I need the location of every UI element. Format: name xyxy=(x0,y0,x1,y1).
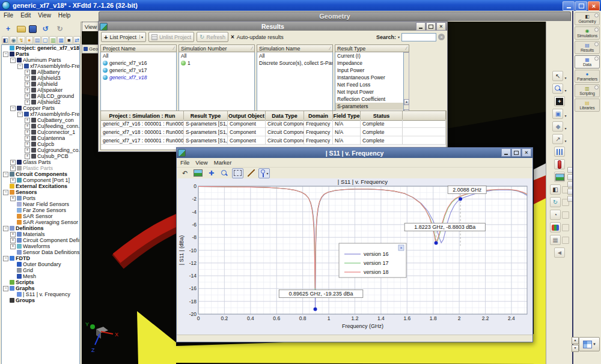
expand-icon[interactable]: + xyxy=(10,238,16,243)
search-input[interactable] xyxy=(401,33,436,41)
sync-tree-icon[interactable]: ⇄ xyxy=(73,36,81,44)
save-image-icon[interactable] xyxy=(192,168,204,178)
expand-icon[interactable]: + xyxy=(25,118,30,123)
filter-list-item[interactable]: generic_xf7_v17 xyxy=(101,67,176,74)
cube-tool-icon-dropdown-icon[interactable] xyxy=(564,121,566,132)
collapse-icon[interactable]: − xyxy=(3,190,8,195)
auto-update-label[interactable]: Auto-update results xyxy=(237,34,284,40)
filter-list-item[interactable]: Input Power xyxy=(335,67,403,74)
tree-item[interactable]: Mesh xyxy=(2,273,79,279)
expand-icon[interactable]: + xyxy=(10,166,16,171)
minimize-button[interactable] xyxy=(563,1,575,11)
thermometer-icon[interactable] xyxy=(554,159,565,169)
geometry-dock-tab[interactable]: Geom xyxy=(82,44,99,53)
tree-item[interactable]: +Al|shield xyxy=(2,81,79,87)
expand-icon[interactable]: + xyxy=(10,244,16,249)
tree-item[interactable]: +Al|shield3 xyxy=(2,75,79,81)
collapse-icon[interactable]: − xyxy=(17,64,23,69)
scripts-filter-icon[interactable]: ▥ xyxy=(49,36,56,44)
filter-header[interactable]: Simulation Number xyxy=(178,44,255,52)
plot-menu-marker[interactable]: Marker xyxy=(214,159,232,166)
expand-icon[interactable]: + xyxy=(25,100,30,105)
collapse-icon[interactable]: − xyxy=(17,112,23,117)
plot-bars-icon[interactable] xyxy=(554,147,565,157)
tree-item[interactable]: Sensor Data Definitions xyxy=(2,249,79,255)
components-filter-icon[interactable]: ◉ xyxy=(10,36,17,44)
collapse-icon[interactable]: − xyxy=(3,52,8,57)
auto-update-check-icon[interactable]: × xyxy=(231,34,234,40)
spin-up-icon[interactable]: ▲ xyxy=(572,337,579,344)
expand-icon[interactable]: + xyxy=(10,232,16,237)
tab-scripting[interactable]: ▥Scripting xyxy=(575,84,600,97)
results-maximize-button[interactable] xyxy=(426,22,436,31)
view-tool-icon[interactable]: ▣ xyxy=(552,109,563,119)
view-tool-icon-dropdown-icon[interactable] xyxy=(564,109,566,120)
expand-icon[interactable]: + xyxy=(25,154,30,159)
open-project-icon[interactable] xyxy=(17,26,26,32)
tree-item[interactable]: −Sensors xyxy=(2,189,79,195)
expand-icon[interactable]: + xyxy=(25,88,30,93)
filter-list-item[interactable]: Impedance xyxy=(335,59,403,67)
tree-item[interactable]: −xf7AssemblyInfo-Free... xyxy=(2,63,79,69)
expand-icon[interactable]: + xyxy=(25,82,30,87)
results-close-button[interactable] xyxy=(436,22,446,31)
chart-marker[interactable] xyxy=(459,197,462,201)
spin-down-icon[interactable]: ▼ xyxy=(572,345,579,352)
chart-marker[interactable] xyxy=(435,241,438,245)
meter-icon-option[interactable] xyxy=(562,211,569,219)
snapshot-icon[interactable] xyxy=(554,172,565,182)
pick-tool-icon-dropdown-icon[interactable] xyxy=(564,134,566,145)
tab-parameters[interactable]: ●Parameters xyxy=(575,70,600,83)
rotate-view-icon[interactable]: ↻ xyxy=(550,197,561,207)
filter-list-item[interactable]: Current (I) xyxy=(335,52,403,59)
filter-list-item[interactable]: S-parameters xyxy=(335,103,403,110)
plot-minimize-button[interactable] xyxy=(501,148,511,157)
tree-item[interactable]: +Al|speaker xyxy=(2,87,79,93)
filter-list-item[interactable]: All xyxy=(179,52,254,59)
tree-item[interactable]: Scripts xyxy=(2,279,79,285)
collapse-icon[interactable]: − xyxy=(3,286,8,291)
tree-item[interactable]: +Cu|feeding_conn... xyxy=(2,123,79,129)
tree-item[interactable]: SAR Sensor xyxy=(2,213,79,219)
pick-tool-icon[interactable]: ↗ xyxy=(552,134,563,144)
filter-header[interactable]: Simulation Name xyxy=(257,44,333,52)
chart-marker[interactable] xyxy=(314,308,317,311)
plot-menu-file[interactable]: File xyxy=(180,159,189,166)
menu-view[interactable]: View xyxy=(38,12,51,19)
tree-item[interactable]: +Al|LCD_ground xyxy=(2,93,79,99)
tab-simulations[interactable]: ◉Simulations xyxy=(575,26,600,40)
undo-icon[interactable]: ↺ xyxy=(40,23,51,34)
zoom-icon[interactable] xyxy=(219,168,230,178)
tree-item[interactable]: −xf7AssemblyInfo-Free... xyxy=(2,111,79,117)
filter-list-scrollbar[interactable]: ▲▼ xyxy=(404,52,409,117)
results-minimize-button[interactable] xyxy=(416,22,426,31)
redo-icon[interactable]: ↻ xyxy=(54,23,66,34)
select-tool-icon-dropdown-icon[interactable] xyxy=(564,71,566,82)
collapse-icon[interactable]: − xyxy=(3,226,8,231)
filter-header[interactable]: Project Name xyxy=(100,44,177,52)
chart-area[interactable]: | S11 | v. Frequency00.20.40.60.811.21.4… xyxy=(178,178,532,336)
expand-icon[interactable]: + xyxy=(25,94,30,99)
expand-icon[interactable]: + xyxy=(25,70,30,75)
collapse-icon[interactable]: − xyxy=(10,58,16,63)
box-zoom-icon[interactable] xyxy=(232,168,243,178)
pan-tool-icon[interactable]: + xyxy=(554,96,565,106)
filter-list-item[interactable]: Instantaneous Power xyxy=(335,74,403,81)
new-project-icon[interactable]: + xyxy=(2,23,14,34)
fdtd-filter-icon[interactable]: ▢ xyxy=(41,36,49,44)
groups-filter-icon[interactable]: ■ xyxy=(66,36,73,44)
filter-list-item[interactable]: generic_xf7_v16 xyxy=(101,59,176,67)
tree-item[interactable]: −Aluminum Parts xyxy=(2,57,79,63)
graphs-filter-icon[interactable]: ▦ xyxy=(57,36,64,44)
definitions-filter-icon[interactable]: ▤ xyxy=(34,36,41,44)
tree-item[interactable]: Near Field Sensors xyxy=(2,201,79,207)
parts-filter-icon[interactable]: ◧ xyxy=(2,36,9,44)
tree-item[interactable]: +Glass Parts xyxy=(2,159,79,165)
search-options-icon[interactable]: ▾ xyxy=(398,35,400,39)
tree-item[interactable]: +Materials xyxy=(2,231,79,237)
tree-item[interactable]: +Al|shield2 xyxy=(2,99,79,105)
marker-icon-dropdown[interactable]: ▾ xyxy=(266,171,268,175)
window-layout-button[interactable] xyxy=(579,337,600,351)
tree-item[interactable]: +Ports xyxy=(2,195,79,201)
plot-close-button[interactable] xyxy=(522,148,531,157)
